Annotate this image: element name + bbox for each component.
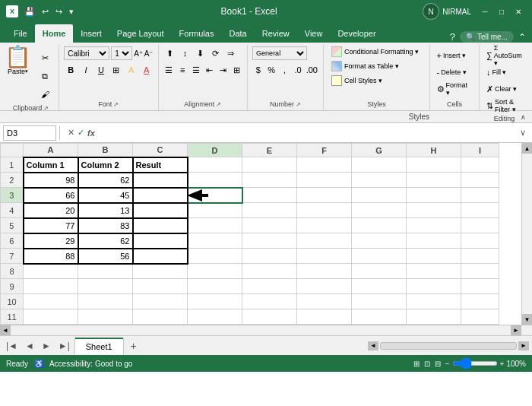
row-header-11[interactable]: 11 bbox=[1, 309, 24, 325]
align-bottom-btn[interactable]: ⬇ bbox=[194, 46, 207, 60]
scroll-down-btn[interactable]: ▼ bbox=[522, 314, 533, 325]
cell-B1[interactable]: Column 2 bbox=[78, 157, 133, 173]
cell-F9[interactable] bbox=[297, 279, 352, 294]
tab-developer[interactable]: Developer bbox=[330, 24, 383, 43]
cell-I4[interactable] bbox=[461, 203, 499, 218]
font-expand-icon[interactable]: ↗ bbox=[113, 101, 119, 108]
increase-indent-btn[interactable]: ⇥ bbox=[217, 63, 230, 77]
cell-H3[interactable] bbox=[407, 188, 461, 203]
row-header-9[interactable]: 9 bbox=[1, 279, 24, 294]
zoom-slider[interactable] bbox=[452, 361, 498, 366]
cell-C11[interactable] bbox=[133, 309, 188, 325]
sort-filter-btn[interactable]: ⇅ Sort & Filter ▾ bbox=[483, 98, 525, 113]
cell-A7[interactable]: 88 bbox=[24, 249, 78, 264]
col-header-E[interactable]: E bbox=[242, 144, 297, 157]
tab-home[interactable]: Home bbox=[35, 24, 74, 43]
cell-D8[interactable] bbox=[188, 264, 242, 279]
cell-B4[interactable]: 13 bbox=[78, 203, 133, 218]
formula-fx-btn[interactable]: fx bbox=[87, 128, 95, 138]
add-sheet-btn[interactable]: + bbox=[125, 338, 142, 354]
row-header-8[interactable]: 8 bbox=[1, 264, 24, 279]
sheet-nav-next[interactable]: ► bbox=[39, 339, 54, 353]
format-painter-button[interactable]: 🖌 bbox=[33, 86, 57, 103]
merge-btn[interactable]: ⊞ bbox=[230, 63, 242, 77]
align-right-btn[interactable]: ☰ bbox=[190, 63, 202, 77]
font-color-button[interactable]: A bbox=[140, 63, 154, 77]
vertical-scrollbar[interactable]: ▲ ▼ bbox=[521, 143, 532, 325]
save-qat-btn[interactable]: 💾 bbox=[23, 6, 36, 17]
cell-E7[interactable] bbox=[242, 249, 297, 264]
cell-C6[interactable] bbox=[133, 233, 188, 249]
font-size-select[interactable]: 11 bbox=[111, 46, 132, 60]
formula-expand-btn[interactable]: ∨ bbox=[517, 128, 529, 138]
decrease-indent-btn[interactable]: ⇤ bbox=[204, 63, 216, 77]
cell-G1[interactable] bbox=[352, 157, 407, 173]
cell-D2[interactable] bbox=[188, 173, 242, 188]
cell-E8[interactable] bbox=[242, 264, 297, 279]
cell-D1[interactable] bbox=[188, 157, 242, 173]
cell-C9[interactable] bbox=[133, 279, 188, 294]
percent-btn[interactable]: % bbox=[266, 63, 277, 77]
cell-B7[interactable]: 56 bbox=[78, 249, 133, 264]
cell-A6[interactable]: 29 bbox=[24, 233, 78, 249]
clear-btn[interactable]: ✗ Clear ▾ bbox=[483, 81, 525, 97]
cell-styles-btn[interactable]: Cell Styles ▾ bbox=[328, 74, 425, 87]
cell-C7[interactable] bbox=[133, 249, 188, 264]
zoom-in-btn[interactable]: + bbox=[500, 360, 505, 368]
font-name-select[interactable]: Calibri bbox=[64, 46, 109, 60]
conditional-formatting-btn[interactable]: Conditional Formatting ▾ bbox=[328, 45, 425, 59]
cell-D10[interactable] bbox=[188, 294, 242, 309]
col-header-G[interactable]: G bbox=[352, 144, 407, 157]
row-header-2[interactable]: 2 bbox=[1, 173, 24, 188]
row-header-5[interactable]: 5 bbox=[1, 218, 24, 233]
row-header-10[interactable]: 10 bbox=[1, 294, 24, 309]
cell-D9[interactable] bbox=[188, 279, 242, 294]
cell-G9[interactable] bbox=[352, 279, 407, 294]
cell-E6[interactable] bbox=[242, 233, 297, 249]
cell-A8[interactable] bbox=[24, 264, 78, 279]
number-format-select[interactable]: General bbox=[252, 46, 307, 60]
restore-btn[interactable]: □ bbox=[494, 4, 509, 19]
fill-color-button[interactable]: A bbox=[125, 63, 138, 77]
cell-C10[interactable] bbox=[133, 294, 188, 309]
h-scroll-left[interactable]: ◄ bbox=[368, 341, 378, 350]
bold-button[interactable]: B bbox=[64, 63, 78, 77]
font-decrease-btn[interactable]: A⁻ bbox=[144, 49, 154, 58]
cell-F6[interactable] bbox=[297, 233, 352, 249]
align-center-btn[interactable]: ≡ bbox=[176, 63, 188, 77]
cell-E2[interactable] bbox=[242, 173, 297, 188]
tab-data[interactable]: Data bbox=[221, 24, 254, 43]
sheet-nav-first[interactable]: |◄ bbox=[3, 339, 21, 353]
cell-F7[interactable] bbox=[297, 249, 352, 264]
close-btn[interactable]: ✕ bbox=[511, 4, 526, 19]
cell-I8[interactable] bbox=[461, 264, 499, 279]
decrease-decimal-btn[interactable]: .0 bbox=[292, 63, 303, 77]
scroll-up-btn[interactable]: ▲ bbox=[522, 143, 533, 154]
cell-G2[interactable] bbox=[352, 173, 407, 188]
cell-H1[interactable] bbox=[407, 157, 461, 173]
cell-B11[interactable] bbox=[78, 309, 133, 325]
cell-G4[interactable] bbox=[352, 203, 407, 218]
cell-D5[interactable] bbox=[188, 218, 242, 233]
cell-D11[interactable] bbox=[188, 309, 242, 325]
number-expand-icon[interactable]: ↗ bbox=[296, 101, 301, 108]
cell-C4[interactable] bbox=[133, 203, 188, 218]
scroll-right-btn[interactable]: ► bbox=[511, 325, 521, 336]
italic-button[interactable]: I bbox=[79, 63, 93, 77]
cell-G7[interactable] bbox=[352, 249, 407, 264]
cell-H11[interactable] bbox=[407, 309, 461, 325]
paste-button[interactable]: 📋 Paste ▾ bbox=[5, 46, 31, 75]
cell-C5[interactable] bbox=[133, 218, 188, 233]
cell-B3[interactable]: 45 bbox=[78, 188, 133, 203]
scroll-left-btn[interactable]: ◄ bbox=[0, 325, 11, 336]
cell-B9[interactable] bbox=[78, 279, 133, 294]
row-header-1[interactable]: 1 bbox=[1, 157, 24, 173]
cell-I2[interactable] bbox=[461, 173, 499, 188]
cell-E3[interactable] bbox=[242, 188, 297, 203]
sheet-nav-last[interactable]: ►| bbox=[55, 339, 73, 353]
cell-H9[interactable] bbox=[407, 279, 461, 294]
formula-cancel-btn[interactable]: ✕ bbox=[68, 128, 74, 138]
cell-I3[interactable] bbox=[461, 188, 499, 203]
cell-H4[interactable] bbox=[407, 203, 461, 218]
zoom-out-btn[interactable]: − bbox=[445, 360, 450, 368]
